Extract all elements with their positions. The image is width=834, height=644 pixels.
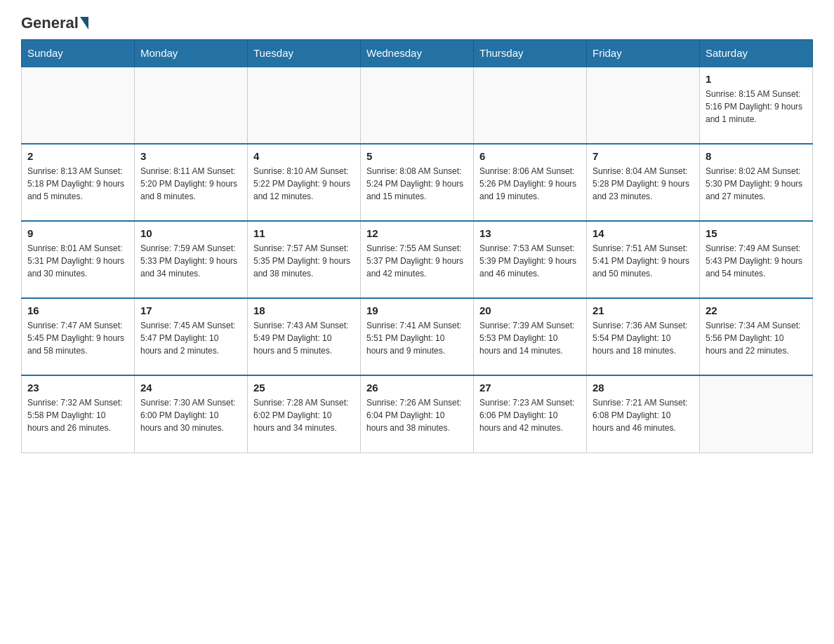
day-number: 20 xyxy=(479,304,581,316)
day-info: Sunrise: 8:10 AM Sunset: 5:22 PM Dayligh… xyxy=(253,165,355,203)
day-number: 1 xyxy=(706,73,807,85)
day-info: Sunrise: 8:04 AM Sunset: 5:28 PM Dayligh… xyxy=(593,165,694,203)
week-row-3: 9Sunrise: 8:01 AM Sunset: 5:31 PM Daylig… xyxy=(22,221,813,298)
day-info: Sunrise: 7:47 AM Sunset: 5:45 PM Dayligh… xyxy=(27,319,128,357)
day-number: 22 xyxy=(706,304,807,316)
calendar-cell: 6Sunrise: 8:06 AM Sunset: 5:26 PM Daylig… xyxy=(474,144,587,221)
day-number: 12 xyxy=(366,227,468,239)
calendar-cell: 26Sunrise: 7:26 AM Sunset: 6:04 PM Dayli… xyxy=(361,375,474,452)
day-info: Sunrise: 7:57 AM Sunset: 5:35 PM Dayligh… xyxy=(253,242,355,280)
calendar-cell: 27Sunrise: 7:23 AM Sunset: 6:06 PM Dayli… xyxy=(474,375,587,452)
page-header: General xyxy=(21,14,813,32)
day-number: 13 xyxy=(479,227,581,239)
week-row-1: 1Sunrise: 8:15 AM Sunset: 5:16 PM Daylig… xyxy=(22,67,813,144)
day-info: Sunrise: 7:34 AM Sunset: 5:56 PM Dayligh… xyxy=(706,319,807,357)
calendar-cell xyxy=(248,67,361,144)
calendar-cell xyxy=(587,67,700,144)
calendar-header-row: SundayMondayTuesdayWednesdayThursdayFrid… xyxy=(22,40,813,67)
day-number: 14 xyxy=(593,227,694,239)
calendar-cell: 13Sunrise: 7:53 AM Sunset: 5:39 PM Dayli… xyxy=(474,221,587,298)
day-number: 15 xyxy=(706,227,807,239)
day-info: Sunrise: 8:02 AM Sunset: 5:30 PM Dayligh… xyxy=(706,165,807,203)
column-header-tuesday: Tuesday xyxy=(248,40,361,67)
day-info: Sunrise: 8:06 AM Sunset: 5:26 PM Dayligh… xyxy=(479,165,581,203)
day-info: Sunrise: 7:30 AM Sunset: 6:00 PM Dayligh… xyxy=(140,396,241,434)
day-info: Sunrise: 7:32 AM Sunset: 5:58 PM Dayligh… xyxy=(27,396,128,434)
day-info: Sunrise: 7:21 AM Sunset: 6:08 PM Dayligh… xyxy=(593,396,694,434)
day-number: 17 xyxy=(140,304,241,316)
calendar-cell: 9Sunrise: 8:01 AM Sunset: 5:31 PM Daylig… xyxy=(22,221,135,298)
logo: General xyxy=(21,14,90,32)
logo-arrow-icon xyxy=(80,17,88,29)
day-number: 9 xyxy=(27,227,128,239)
day-info: Sunrise: 7:41 AM Sunset: 5:51 PM Dayligh… xyxy=(366,319,468,357)
calendar-cell: 11Sunrise: 7:57 AM Sunset: 5:35 PM Dayli… xyxy=(248,221,361,298)
day-info: Sunrise: 7:53 AM Sunset: 5:39 PM Dayligh… xyxy=(479,242,581,280)
day-info: Sunrise: 7:45 AM Sunset: 5:47 PM Dayligh… xyxy=(140,319,241,357)
calendar-cell: 15Sunrise: 7:49 AM Sunset: 5:43 PM Dayli… xyxy=(700,221,813,298)
logo-general-text: General xyxy=(21,14,79,32)
day-number: 28 xyxy=(593,382,694,394)
calendar-cell: 17Sunrise: 7:45 AM Sunset: 5:47 PM Dayli… xyxy=(135,298,248,375)
calendar-cell: 2Sunrise: 8:13 AM Sunset: 5:18 PM Daylig… xyxy=(22,144,135,221)
calendar-cell: 21Sunrise: 7:36 AM Sunset: 5:54 PM Dayli… xyxy=(587,298,700,375)
day-info: Sunrise: 7:55 AM Sunset: 5:37 PM Dayligh… xyxy=(366,242,468,280)
day-info: Sunrise: 7:43 AM Sunset: 5:49 PM Dayligh… xyxy=(253,319,355,357)
calendar-cell: 5Sunrise: 8:08 AM Sunset: 5:24 PM Daylig… xyxy=(361,144,474,221)
day-number: 26 xyxy=(366,382,468,394)
day-info: Sunrise: 8:01 AM Sunset: 5:31 PM Dayligh… xyxy=(27,242,128,280)
day-number: 23 xyxy=(27,382,128,394)
column-header-thursday: Thursday xyxy=(474,40,587,67)
day-number: 4 xyxy=(253,150,355,162)
calendar-cell: 1Sunrise: 8:15 AM Sunset: 5:16 PM Daylig… xyxy=(700,67,813,144)
calendar-cell: 4Sunrise: 8:10 AM Sunset: 5:22 PM Daylig… xyxy=(248,144,361,221)
calendar-cell xyxy=(22,67,135,144)
day-number: 11 xyxy=(253,227,355,239)
calendar-cell: 24Sunrise: 7:30 AM Sunset: 6:00 PM Dayli… xyxy=(135,375,248,452)
calendar-cell: 3Sunrise: 8:11 AM Sunset: 5:20 PM Daylig… xyxy=(135,144,248,221)
column-header-saturday: Saturday xyxy=(700,40,813,67)
day-number: 19 xyxy=(366,304,468,316)
day-info: Sunrise: 7:59 AM Sunset: 5:33 PM Dayligh… xyxy=(140,242,241,280)
calendar-cell xyxy=(135,67,248,144)
calendar-cell: 8Sunrise: 8:02 AM Sunset: 5:30 PM Daylig… xyxy=(700,144,813,221)
calendar-cell: 20Sunrise: 7:39 AM Sunset: 5:53 PM Dayli… xyxy=(474,298,587,375)
calendar-cell: 18Sunrise: 7:43 AM Sunset: 5:49 PM Dayli… xyxy=(248,298,361,375)
day-info: Sunrise: 8:08 AM Sunset: 5:24 PM Dayligh… xyxy=(366,165,468,203)
column-header-friday: Friday xyxy=(587,40,700,67)
calendar-cell: 14Sunrise: 7:51 AM Sunset: 5:41 PM Dayli… xyxy=(587,221,700,298)
day-info: Sunrise: 7:23 AM Sunset: 6:06 PM Dayligh… xyxy=(479,396,581,434)
week-row-5: 23Sunrise: 7:32 AM Sunset: 5:58 PM Dayli… xyxy=(22,375,813,452)
day-number: 2 xyxy=(27,150,128,162)
day-number: 5 xyxy=(366,150,468,162)
week-row-4: 16Sunrise: 7:47 AM Sunset: 5:45 PM Dayli… xyxy=(22,298,813,375)
day-number: 24 xyxy=(140,382,241,394)
calendar-cell xyxy=(474,67,587,144)
calendar-cell: 16Sunrise: 7:47 AM Sunset: 5:45 PM Dayli… xyxy=(22,298,135,375)
calendar-cell: 22Sunrise: 7:34 AM Sunset: 5:56 PM Dayli… xyxy=(700,298,813,375)
day-info: Sunrise: 7:26 AM Sunset: 6:04 PM Dayligh… xyxy=(366,396,468,434)
calendar-cell: 28Sunrise: 7:21 AM Sunset: 6:08 PM Dayli… xyxy=(587,375,700,452)
column-header-sunday: Sunday xyxy=(22,40,135,67)
day-info: Sunrise: 8:11 AM Sunset: 5:20 PM Dayligh… xyxy=(140,165,241,203)
day-info: Sunrise: 8:13 AM Sunset: 5:18 PM Dayligh… xyxy=(27,165,128,203)
calendar-cell xyxy=(700,375,813,452)
day-info: Sunrise: 8:15 AM Sunset: 5:16 PM Dayligh… xyxy=(706,88,807,126)
day-number: 16 xyxy=(27,304,128,316)
day-number: 25 xyxy=(253,382,355,394)
calendar-cell: 23Sunrise: 7:32 AM Sunset: 5:58 PM Dayli… xyxy=(22,375,135,452)
day-info: Sunrise: 7:49 AM Sunset: 5:43 PM Dayligh… xyxy=(706,242,807,280)
calendar-cell: 25Sunrise: 7:28 AM Sunset: 6:02 PM Dayli… xyxy=(248,375,361,452)
day-info: Sunrise: 7:36 AM Sunset: 5:54 PM Dayligh… xyxy=(593,319,694,357)
day-number: 8 xyxy=(706,150,807,162)
week-row-2: 2Sunrise: 8:13 AM Sunset: 5:18 PM Daylig… xyxy=(22,144,813,221)
day-number: 21 xyxy=(593,304,694,316)
column-header-monday: Monday xyxy=(135,40,248,67)
day-number: 10 xyxy=(140,227,241,239)
calendar-cell: 10Sunrise: 7:59 AM Sunset: 5:33 PM Dayli… xyxy=(135,221,248,298)
day-info: Sunrise: 7:39 AM Sunset: 5:53 PM Dayligh… xyxy=(479,319,581,357)
day-number: 7 xyxy=(593,150,694,162)
column-header-wednesday: Wednesday xyxy=(361,40,474,67)
day-number: 18 xyxy=(253,304,355,316)
day-info: Sunrise: 7:28 AM Sunset: 6:02 PM Dayligh… xyxy=(253,396,355,434)
